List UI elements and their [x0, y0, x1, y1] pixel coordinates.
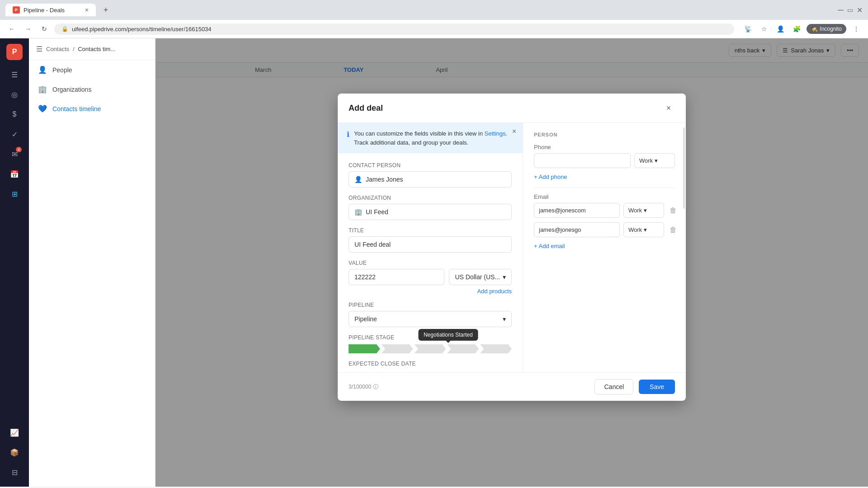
sidebar-item-menu[interactable]: ☰ [5, 66, 24, 84]
info-banner: ℹ You can customize the fields visible i… [338, 123, 523, 153]
modal-title: Add deal [349, 103, 383, 113]
hamburger-icon[interactable]: ☰ [36, 45, 42, 53]
phone-field-group: Work ▾ [534, 153, 675, 168]
email-delete-1-button[interactable]: 🗑 [668, 205, 679, 216]
nav-item-organizations[interactable]: 🏢 Organizations [29, 80, 155, 99]
email-input-2[interactable] [534, 222, 620, 237]
address-bar[interactable]: 🔒 uifeed.pipedrive.com/persons/timeline/… [54, 23, 734, 35]
char-count-value: 3/100000 [349, 384, 371, 390]
menu-dots-icon[interactable]: ⋮ [850, 23, 863, 35]
currency-select[interactable]: US Dollar (US... ▾ [449, 269, 512, 285]
contact-person-label: Contact person [349, 162, 512, 169]
window-close-button[interactable]: ✕ [857, 6, 863, 14]
nav-item-people[interactable]: 👤 People [29, 60, 155, 80]
phone-input[interactable] [534, 153, 631, 168]
email-input-1[interactable] [534, 203, 620, 218]
email-type-2-dropdown-icon: ▾ [644, 226, 647, 233]
organization-field-icon: 🏢 [354, 208, 362, 216]
email-row-1: Work ▾ 🗑 [534, 203, 675, 218]
pipeline-dropdown-icon: ▾ [503, 315, 506, 323]
contact-person-text-input[interactable] [366, 176, 506, 183]
deal-value-row: US Dollar (US... ▾ [349, 269, 512, 285]
email-type-label-1: Work [628, 207, 642, 214]
stage-2[interactable] [382, 344, 413, 353]
url-text: uifeed.pipedrive.com/persons/timeline/us… [72, 26, 212, 33]
cancel-button[interactable]: Cancel [594, 379, 633, 394]
bookmark-icon[interactable]: ☆ [758, 23, 770, 35]
add-deal-modal: Add deal × ℹ You can customize the field… [338, 94, 686, 401]
nav-item-organizations-label: Organizations [52, 86, 91, 93]
cast-icon[interactable]: 📡 [741, 23, 754, 35]
extensions-icon[interactable]: 🧩 [790, 23, 803, 35]
refresh-button[interactable]: ↻ [38, 23, 51, 35]
char-count-info-icon[interactable]: ⓘ [373, 383, 378, 391]
info-banner-close-button[interactable]: × [512, 127, 516, 136]
new-tab-button[interactable]: + [99, 4, 112, 16]
breadcrumb: Contacts / Contacts tim... [46, 46, 115, 52]
email-type-label-2: Work [628, 226, 642, 233]
sidebar-item-more[interactable]: ⊟ [5, 463, 24, 481]
sidebar-item-timeline[interactable]: ⊞ [5, 185, 24, 203]
divider-1 [534, 188, 675, 188]
browser-titlebar: P Pipeline - Deals × + ─ ▭ ✕ [0, 0, 868, 20]
pipeline-stage-field: Pipeline stage Negotiations Started [349, 334, 512, 353]
nav-item-contacts-timeline-label: Contacts timeline [52, 105, 101, 113]
profile-icon[interactable]: 👤 [774, 23, 787, 35]
forward-button[interactable]: → [22, 23, 34, 35]
sidebar-item-mail[interactable]: ✉ 4 [5, 145, 24, 163]
modal-close-button[interactable]: × [662, 102, 675, 114]
nav-item-contacts-timeline[interactable]: 💙 Contacts timeline [29, 99, 155, 118]
deal-value-input[interactable] [349, 269, 444, 285]
add-email-link[interactable]: + Add email [534, 243, 675, 249]
email-type-select-2[interactable]: Work ▾ [623, 222, 664, 237]
sidebar-item-deals[interactable]: $ [5, 105, 24, 123]
phone-type-select[interactable]: Work ▾ [634, 153, 675, 168]
pipeline-stage-label: Pipeline stage [349, 334, 512, 341]
app-layout: P ☰ ◎ $ ✓ ✉ 4 📅 ⊞ 📈 📦 ⊟ ☰ Contacts / Con… [0, 38, 868, 487]
sidebar-item-activities[interactable]: ◎ [5, 85, 24, 103]
tab-favicon: P [13, 6, 20, 14]
email-field-group: Work ▾ 🗑 Work ▾ 🗑 [534, 203, 675, 237]
deal-title-text-input[interactable] [354, 241, 506, 248]
contact-person-input[interactable]: 👤 [349, 171, 512, 188]
people-icon: 👤 [38, 66, 47, 74]
email-delete-2-button[interactable]: 🗑 [668, 224, 679, 236]
back-button[interactable]: ← [5, 23, 18, 35]
save-button[interactable]: Save [639, 380, 675, 394]
stage-5[interactable] [480, 344, 512, 353]
sidebar-item-tasks[interactable]: ✓ [5, 125, 24, 143]
pipeline-label: Pipeline [349, 302, 512, 308]
organization-text-input[interactable] [366, 208, 506, 216]
sidebar-item-calendar[interactable]: 📅 [5, 165, 24, 183]
browser-tab[interactable]: P Pipeline - Deals × [5, 4, 96, 16]
stage-1[interactable] [349, 344, 380, 353]
sidebar-item-reports[interactable]: 📈 [5, 423, 24, 441]
add-phone-link[interactable]: + Add phone [534, 174, 675, 180]
modal-header: Add deal × [338, 94, 686, 123]
phone-type-dropdown-icon: ▾ [655, 157, 658, 164]
stage-4[interactable] [447, 344, 479, 353]
add-products-link[interactable]: Add products [349, 288, 512, 295]
mail-badge: 4 [16, 147, 22, 152]
sidebar: P ☰ ◎ $ ✓ ✉ 4 📅 ⊞ 📈 📦 ⊟ [0, 38, 29, 487]
currency-dropdown-icon: ▾ [503, 273, 506, 281]
pipeline-select[interactable]: Pipeline ▾ [349, 311, 512, 327]
sidebar-item-products[interactable]: 📦 [5, 443, 24, 461]
email-type-1-dropdown-icon: ▾ [644, 207, 647, 214]
scrollbar[interactable] [683, 127, 685, 209]
contacts-timeline-icon: 💙 [38, 104, 47, 113]
expected-close-date-label: Expected close date [349, 361, 512, 367]
window-maximize-button[interactable]: ▭ [847, 6, 853, 14]
tab-close-button[interactable]: × [85, 6, 89, 14]
email-type-select-1[interactable]: Work ▾ [623, 203, 664, 218]
incognito-button[interactable]: 🕵 Incognito [807, 24, 846, 34]
pipeline-stage-bar[interactable] [349, 344, 512, 353]
stage-3[interactable] [415, 344, 446, 353]
window-minimize-button[interactable]: ─ [838, 5, 844, 15]
deal-value-label: Value [349, 260, 512, 266]
deal-value-text-input[interactable] [354, 273, 439, 281]
deal-title-label: Title [349, 227, 512, 234]
organization-input[interactable]: 🏢 [349, 204, 512, 220]
settings-link[interactable]: Settings [485, 130, 506, 137]
deal-title-input[interactable] [349, 236, 512, 253]
